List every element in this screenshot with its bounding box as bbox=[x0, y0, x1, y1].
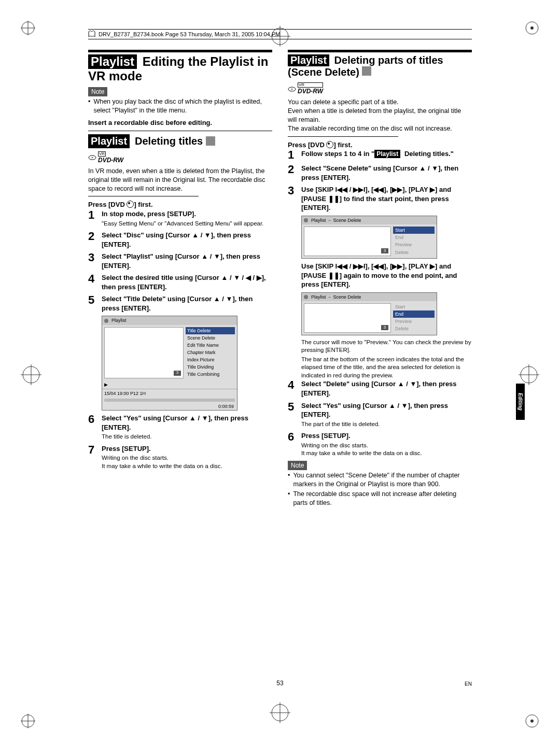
svg-point-9 bbox=[530, 719, 534, 723]
disc-icon bbox=[304, 218, 308, 222]
section-title: Playlist Editing the Playlist in VR mode bbox=[88, 54, 272, 83]
crop-mark-icon bbox=[525, 714, 539, 728]
note-label: Note bbox=[88, 87, 107, 96]
playlist-tag: Playlist bbox=[88, 134, 130, 148]
note-bullet: The recordable disc space will not incre… bbox=[288, 490, 472, 507]
disc-icon bbox=[304, 295, 308, 299]
disc-icon bbox=[104, 319, 108, 323]
dvd-rw-badge: VR DVD-RW bbox=[288, 82, 323, 95]
page-number: 53 bbox=[276, 680, 283, 687]
page-language: EN bbox=[465, 681, 472, 687]
steps-list: 1In stop mode, press [SETUP]."Easy Setti… bbox=[88, 209, 272, 313]
scene-delete-screenshot-2: Playlist － Scene Delete 3 Start End Prev… bbox=[301, 292, 437, 335]
note-bullet: You cannot select "Scene Delete" if the … bbox=[288, 471, 472, 489]
svg-point-25 bbox=[291, 89, 293, 90]
steps-list-cont: 4Select "Delete" using [Cursor ▲ / ▼], t… bbox=[288, 379, 472, 457]
manual-page: DRV_B2737_B2734.book Page 53 Thursday, M… bbox=[0, 0, 560, 749]
dvd-button-icon bbox=[326, 141, 333, 148]
section-tab: Editing bbox=[516, 384, 525, 420]
playlist-tag: Playlist bbox=[288, 54, 329, 66]
playlist-menu-screenshot: Playlist 3 Title Delete Scene Delete Edi… bbox=[102, 316, 237, 411]
dvd-rw-badge: VR DVD-RW bbox=[88, 151, 123, 164]
note-label: Note bbox=[288, 461, 307, 470]
registration-mark-icon bbox=[270, 26, 290, 47]
crop-mark-icon bbox=[21, 714, 35, 728]
mid-instruction: Use [SKIP I◀◀ / ▶▶I], [◀◀], [▶▶], [PLAY … bbox=[301, 262, 472, 289]
section-title: Playlist Deleting parts of titles (Scene… bbox=[288, 54, 472, 78]
disc-icon bbox=[288, 85, 296, 93]
dvd-button-icon bbox=[127, 201, 134, 208]
svg-point-23 bbox=[92, 157, 93, 158]
book-icon bbox=[88, 31, 95, 38]
reference-square-icon bbox=[362, 66, 371, 76]
press-dvd-instruction: Press [DVD ] first. bbox=[88, 200, 272, 209]
steps-list-cont: 6Select "Yes" using [Cursor ▲ / ▼], then… bbox=[88, 414, 272, 470]
reference-square-icon bbox=[206, 136, 215, 146]
registration-mark-icon bbox=[519, 364, 539, 385]
left-column: Playlist Editing the Playlist in VR mode… bbox=[88, 50, 272, 508]
intro-text: In VR mode, even when a title is deleted… bbox=[88, 167, 272, 193]
svg-point-4 bbox=[530, 26, 534, 30]
right-column: Playlist Deleting parts of titles (Scene… bbox=[288, 50, 472, 508]
press-dvd-instruction: Press [DVD ] first. bbox=[288, 140, 472, 150]
disc-icon bbox=[88, 153, 96, 162]
scene-delete-screenshot-1: Playlist － Scene Delete 3 Start End Prev… bbox=[301, 216, 437, 259]
menu-list: Title Delete Scene Delete Edit Title Nam… bbox=[186, 327, 235, 378]
subsection-title: Playlist Deleting titles bbox=[88, 134, 272, 148]
note-bullet: When you play back the disc of which the… bbox=[88, 97, 272, 115]
registration-mark-icon bbox=[270, 702, 290, 723]
playlist-tag: Playlist bbox=[88, 54, 137, 69]
crop-mark-icon bbox=[21, 21, 35, 35]
crop-mark-icon bbox=[525, 21, 539, 35]
header-text: DRV_B2737_B2734.book Page 53 Thursday, M… bbox=[99, 31, 280, 37]
insert-disc-instruction: Insert a recordable disc before editing. bbox=[88, 118, 272, 128]
steps-list: 1Follow steps 1 to 4 in "Playlist Deleti… bbox=[288, 149, 472, 213]
registration-mark-icon bbox=[21, 364, 41, 385]
